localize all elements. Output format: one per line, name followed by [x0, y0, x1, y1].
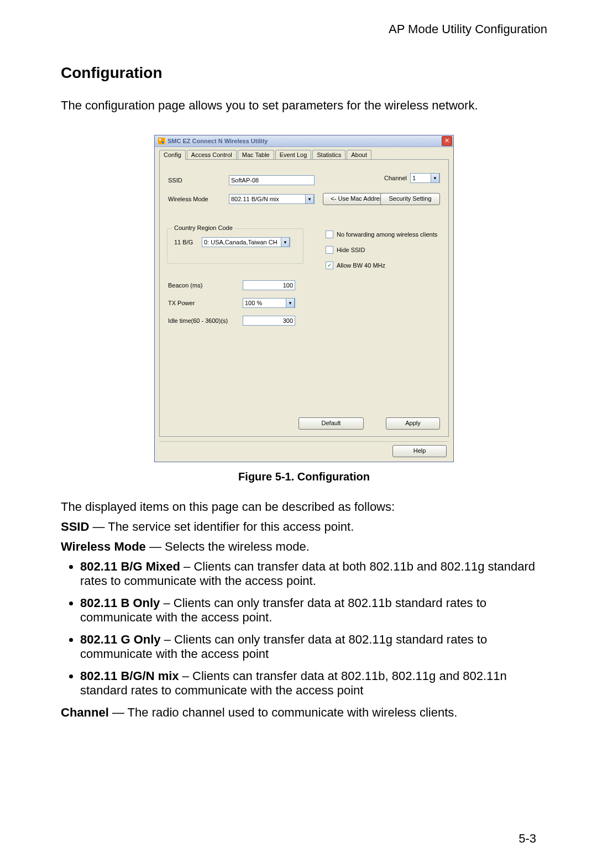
- term: 802.11 B/G Mixed: [80, 560, 180, 573]
- term: 802.11 B/G/N mix: [80, 669, 179, 683]
- list-item: 802.11 B/G/N mix – Clients can transfer …: [80, 669, 547, 698]
- svg-rect-1: [159, 139, 161, 140]
- term-desc: — The radio channel used to communicate …: [109, 705, 458, 719]
- figure-caption: Figure 5-1. Configuration: [61, 470, 547, 483]
- description-intro: The displayed items on this page can be …: [61, 500, 547, 514]
- checkbox-no-forwarding[interactable]: No forwarding among wireless clients: [326, 231, 437, 238]
- txpower-select[interactable]: 100 % ▼: [243, 298, 295, 308]
- country-region-groupbox: Country Region Code 11 B/G 0: USA,Canada…: [167, 228, 303, 264]
- txpower-label: TX Power: [168, 300, 243, 306]
- chevron-down-icon: ▼: [281, 237, 290, 247]
- page-number: 5-3: [519, 832, 536, 846]
- tab-mac-table[interactable]: Mac Table: [238, 150, 274, 160]
- help-button[interactable]: Help: [392, 445, 447, 457]
- checkbox-icon: [326, 246, 333, 254]
- term: 802.11 G Only: [80, 632, 161, 646]
- tab-statistics[interactable]: Statistics: [312, 150, 345, 160]
- list-item: 802.11 B/G Mixed – Clients can transfer …: [80, 560, 547, 588]
- beacon-input[interactable]: 100: [243, 280, 295, 290]
- checkbox-hide-ssid[interactable]: Hide SSID: [326, 246, 365, 254]
- checkbox-label: No forwarding among wireless clients: [337, 231, 437, 238]
- tab-event-log[interactable]: Event Log: [275, 150, 312, 160]
- wireless-mode-list: 802.11 B/G Mixed – Clients can transfer …: [61, 560, 547, 698]
- tab-config[interactable]: Config: [159, 150, 186, 160]
- apply-button[interactable]: Apply: [386, 417, 440, 430]
- term: SSID: [61, 520, 89, 534]
- checkbox-label: Allow BW 40 MHz: [337, 262, 385, 269]
- region-label: 11 B/G: [174, 239, 202, 245]
- list-item: 802.11 B Only – Clients can only transfe…: [80, 596, 547, 625]
- security-setting-button[interactable]: Security Setting: [380, 193, 440, 205]
- wireless-mode-select[interactable]: 802.11 B/G/N mix ▼: [229, 194, 315, 204]
- chevron-down-icon: ▼: [431, 173, 439, 183]
- svg-rect-0: [158, 138, 165, 144]
- idle-time-label: Idle time(60 - 3600)(s): [168, 317, 243, 324]
- channel-select[interactable]: 1 ▼: [410, 173, 440, 183]
- term: Wireless Mode: [61, 540, 146, 553]
- channel-label: Channel: [384, 175, 407, 181]
- country-region-legend: Country Region Code: [172, 224, 235, 231]
- wireless-mode-definition: Wireless Mode — Selects the wireless mod…: [61, 540, 547, 554]
- wireless-mode-value: 802.11 B/G/N mix: [231, 196, 279, 202]
- intro-text: The configuration page allows you to set…: [61, 98, 547, 113]
- region-value: 0: USA,Canada,Taiwan CH: [204, 239, 277, 245]
- checkbox-icon: [326, 231, 333, 238]
- idle-time-input[interactable]: 300: [243, 316, 295, 326]
- tab-about[interactable]: About: [347, 150, 371, 160]
- term-desc: — Selects the wireless mode.: [146, 540, 310, 553]
- term: 802.11 B Only: [80, 596, 160, 610]
- dialog-footer: Help: [159, 441, 449, 458]
- title-bar: SMC EZ Connect N Wireless Utility ✕: [155, 135, 453, 147]
- chevron-down-icon: ▼: [305, 194, 314, 204]
- default-button[interactable]: Default: [298, 417, 364, 430]
- channel-value: 1: [412, 175, 416, 181]
- checkbox-allow-bw40[interactable]: ✓ Allow BW 40 MHz: [326, 262, 385, 269]
- section-title: Configuration: [61, 64, 547, 82]
- ssid-input[interactable]: SoftAP-08: [229, 175, 315, 185]
- tab-body: SSID SoftAP-08 Channel 1 ▼ Wireless Mode…: [159, 159, 449, 437]
- channel-definition: Channel — The radio channel used to comm…: [61, 705, 547, 720]
- close-button[interactable]: ✕: [442, 136, 452, 146]
- tab-strip: Config Access Control Mac Table Event Lo…: [155, 147, 453, 159]
- wireless-mode-label: Wireless Mode: [168, 196, 229, 202]
- checkbox-label: Hide SSID: [337, 247, 365, 253]
- chevron-down-icon: ▼: [286, 298, 295, 308]
- svg-rect-2: [162, 142, 164, 143]
- term-desc: — The service set identifier for this ac…: [89, 520, 354, 534]
- ssid-definition: SSID — The service set identifier for th…: [61, 520, 547, 534]
- config-dialog: SMC EZ Connect N Wireless Utility ✕ Conf…: [154, 135, 454, 462]
- app-icon: [158, 138, 165, 144]
- region-select[interactable]: 0: USA,Canada,Taiwan CH ▼: [202, 237, 290, 247]
- ssid-label: SSID: [168, 177, 229, 184]
- dialog-title: SMC EZ Connect N Wireless Utility: [167, 138, 442, 144]
- beacon-label: Beacon (ms): [168, 282, 243, 289]
- tab-access-control[interactable]: Access Control: [187, 150, 237, 160]
- term: Channel: [61, 705, 109, 719]
- page-header: AP Mode Utility Configuration: [61, 22, 547, 36]
- txpower-value: 100 %: [245, 300, 262, 306]
- checkbox-icon: ✓: [326, 262, 333, 269]
- list-item: 802.11 G Only – Clients can only transfe…: [80, 632, 547, 661]
